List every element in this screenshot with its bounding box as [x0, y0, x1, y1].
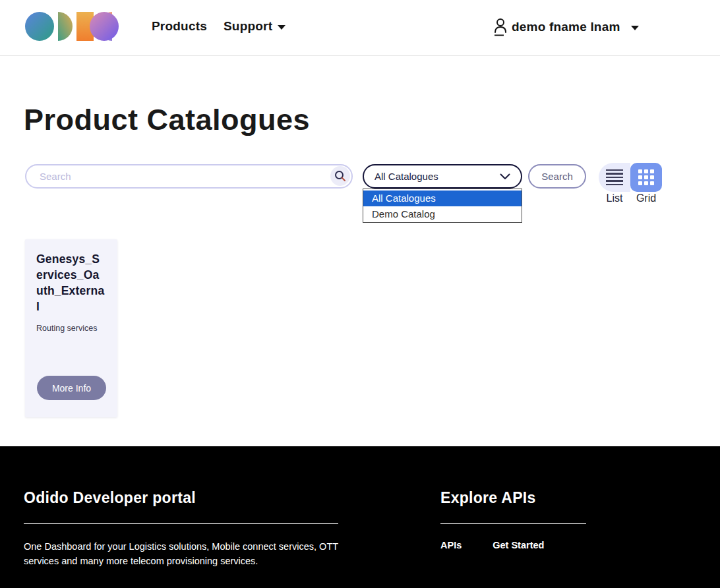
footer-link-apis[interactable]: APIs [440, 540, 462, 550]
odido-logo-icon [25, 11, 119, 42]
catalog-select[interactable]: All Catalogues [363, 164, 522, 189]
search-field-wrap [25, 164, 353, 189]
footer-about-section: Odido Developer portal One Dashboard for… [24, 489, 338, 568]
header: Products Support demo fname lnam [0, 0, 720, 56]
page: Products Support demo fname lnam Product… [0, 0, 720, 588]
nav-products-label: Products [152, 19, 207, 34]
product-card-title: Genesys_Services_Oauth_External [36, 251, 106, 315]
magnifier-icon [334, 170, 346, 182]
footer-link-get-started[interactable]: Get Started [493, 540, 544, 550]
catalog-option-demo-catalog[interactable]: Demo Catalog [363, 206, 522, 222]
user-name: demo fname lnam [512, 20, 620, 34]
view-toggle: List Grid [599, 163, 663, 204]
catalog-option-all-catalogues[interactable]: All Catalogues [363, 191, 522, 206]
user-chevron-down-icon [631, 26, 639, 30]
search-button[interactable]: Search [528, 164, 586, 189]
user-menu[interactable]: demo fname lnam [493, 17, 639, 37]
nav-support[interactable]: Support [224, 19, 285, 34]
catalog-select-value: All Catalogues [375, 171, 438, 182]
nav-products[interactable]: Products [152, 19, 207, 34]
footer-about-description: One Dashboard for your Logistics solutio… [24, 539, 338, 568]
catalog-select-dropdown: All Catalogues Demo Catalog [363, 189, 522, 223]
nav-support-label: Support [224, 19, 272, 34]
grid-squares-icon [638, 169, 654, 185]
more-info-button[interactable]: More Info [37, 376, 106, 400]
footer-about-divider [24, 523, 338, 524]
grid-view-button[interactable] [630, 163, 662, 192]
list-view-label: List [599, 192, 630, 204]
footer-about-heading: Odido Developer portal [24, 489, 338, 507]
footer-explore-section: Explore APIs APIs Get Started [440, 489, 586, 550]
page-title: Product Catalogues [24, 103, 310, 137]
footer-explore-divider [440, 523, 586, 524]
product-card-subtitle: Routing services [36, 324, 106, 333]
odido-logo[interactable] [25, 11, 119, 42]
person-icon [493, 17, 508, 37]
chevron-down-icon [500, 173, 510, 180]
product-card: Genesys_Services_Oauth_External Routing … [25, 239, 117, 417]
list-view-button[interactable] [599, 163, 630, 192]
grid-view-label: Grid [630, 192, 662, 204]
search-input[interactable] [25, 164, 353, 189]
footer-explore-heading: Explore APIs [440, 489, 586, 507]
list-lines-icon [606, 169, 623, 186]
search-icon-button[interactable] [330, 166, 350, 186]
footer: Odido Developer portal One Dashboard for… [0, 446, 720, 588]
chevron-down-icon [278, 25, 285, 30]
